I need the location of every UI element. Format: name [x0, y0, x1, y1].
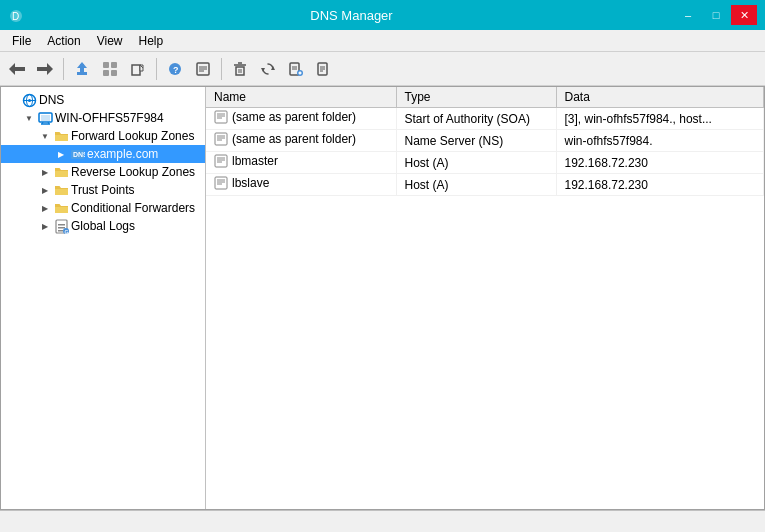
menu-view[interactable]: View [89, 32, 131, 50]
window-title: DNS Manager [28, 8, 675, 23]
toolbar-separator-3 [221, 58, 222, 80]
toolbar-separator-1 [63, 58, 64, 80]
svg-rect-3 [14, 67, 25, 71]
folder-reverse-icon [53, 164, 69, 180]
tree-node-global-logs[interactable]: ▶ G Global Logs [1, 217, 205, 235]
col-type[interactable]: Type [396, 87, 556, 108]
show-tree-button[interactable] [97, 56, 123, 82]
refresh-button[interactable] [255, 56, 281, 82]
col-name[interactable]: Name [206, 87, 396, 108]
record-name: (same as parent folder) [206, 108, 396, 130]
status-bar [0, 510, 765, 532]
table-row[interactable]: lbslave Host (A)192.168.72.230 [206, 174, 764, 196]
record-type: Host (A) [396, 174, 556, 196]
server-label: WIN-OFHFS57F984 [55, 111, 164, 125]
expand-example: ▶ [53, 150, 69, 159]
svg-rect-56 [215, 111, 227, 123]
new-alias-button[interactable] [311, 56, 337, 82]
tree-node-trust-points[interactable]: ▶ Trust Points [1, 181, 205, 199]
folder-icon [53, 128, 69, 144]
global-logs-label: Global Logs [71, 219, 135, 233]
record-name: lbslave [206, 174, 396, 196]
svg-point-42 [28, 99, 31, 102]
export-button[interactable] [125, 56, 151, 82]
record-data: 192.168.72.230 [556, 174, 764, 196]
svg-rect-10 [111, 62, 117, 68]
record-type: Name Server (NS) [396, 130, 556, 152]
expand-reverse: ▶ [37, 168, 53, 177]
svg-rect-9 [103, 62, 109, 68]
toolbar: ? [0, 52, 765, 86]
svg-rect-22 [236, 67, 244, 75]
tree-panel: DNS ▼ WIN-OFHFS57F984 ▼ [1, 87, 206, 509]
menu-help[interactable]: Help [131, 32, 172, 50]
record-type: Host (A) [396, 152, 556, 174]
window-controls: – □ ✕ [675, 5, 757, 25]
expand-forward: ▼ [37, 132, 53, 141]
close-button[interactable]: ✕ [731, 5, 757, 25]
expand-server: ▼ [21, 114, 37, 123]
delete-button[interactable] [227, 56, 253, 82]
svg-text:D: D [12, 11, 19, 22]
reverse-lookup-label: Reverse Lookup Zones [71, 165, 195, 179]
logs-icon: G [53, 218, 69, 234]
record-data: 192.168.72.230 [556, 152, 764, 174]
maximize-button[interactable]: □ [703, 5, 729, 25]
record-data: win-ofhfs57f984. [556, 130, 764, 152]
record-name: lbmaster [206, 152, 396, 174]
computer-icon [37, 110, 53, 126]
new-record-button[interactable] [283, 56, 309, 82]
tree-node-server[interactable]: ▼ WIN-OFHFS57F984 [1, 109, 205, 127]
menu-file[interactable]: File [4, 32, 39, 50]
forward-lookup-label: Forward Lookup Zones [71, 129, 194, 143]
dns-icon [21, 92, 37, 108]
svg-text:G: G [64, 228, 68, 234]
table-row[interactable]: (same as parent folder) Start of Authori… [206, 108, 764, 130]
expand-conditional: ▶ [37, 204, 53, 213]
tree-node-conditional-forwarders[interactable]: ▶ Conditional Forwarders [1, 199, 205, 217]
title-bar: D DNS Manager – □ ✕ [0, 0, 765, 30]
record-data: [3], win-ofhfs57f984., host... [556, 108, 764, 130]
folder-trust-icon [53, 182, 69, 198]
svg-rect-13 [132, 65, 140, 75]
svg-rect-60 [215, 133, 227, 145]
svg-rect-44 [41, 115, 50, 121]
minimize-button[interactable]: – [675, 5, 701, 25]
forward-button[interactable] [32, 56, 58, 82]
dns-records-table: Name Type Data (same as parent folder) S… [206, 87, 764, 196]
help-button[interactable]: ? [162, 56, 188, 82]
svg-rect-11 [103, 70, 109, 76]
svg-rect-51 [58, 224, 65, 226]
example-com-label: example.com [87, 147, 158, 161]
menu-action[interactable]: Action [39, 32, 88, 50]
expand-logs: ▶ [37, 222, 53, 231]
tree-node-reverse-lookup[interactable]: ▶ Reverse Lookup Zones [1, 163, 205, 181]
record-type: Start of Authority (SOA) [396, 108, 556, 130]
dns-label: DNS [39, 93, 64, 107]
svg-text:DNS: DNS [73, 151, 85, 158]
svg-rect-53 [58, 230, 63, 232]
col-data[interactable]: Data [556, 87, 764, 108]
properties-button[interactable] [190, 56, 216, 82]
record-name: (same as parent folder) [206, 130, 396, 152]
expand-trust: ▶ [37, 186, 53, 195]
folder-conditional-icon [53, 200, 69, 216]
svg-rect-68 [215, 177, 227, 189]
table-row[interactable]: lbmaster Host (A)192.168.72.230 [206, 152, 764, 174]
tree-node-dns[interactable]: DNS [1, 91, 205, 109]
trust-points-label: Trust Points [71, 183, 135, 197]
svg-text:?: ? [173, 65, 179, 75]
zone-icon: DNS [69, 146, 85, 162]
back-button[interactable] [4, 56, 30, 82]
svg-rect-5 [37, 67, 48, 71]
content-panel: Name Type Data (same as parent folder) S… [206, 87, 764, 509]
table-row[interactable]: (same as parent folder) Name Server (NS)… [206, 130, 764, 152]
svg-marker-8 [77, 62, 87, 68]
tree-node-forward-lookup[interactable]: ▼ Forward Lookup Zones [1, 127, 205, 145]
menu-bar: File Action View Help [0, 30, 765, 52]
toolbar-separator-2 [156, 58, 157, 80]
tree-node-example-com[interactable]: ▶ DNS example.com [1, 145, 205, 163]
conditional-forwarders-label: Conditional Forwarders [71, 201, 195, 215]
up-button[interactable] [69, 56, 95, 82]
main-area: DNS ▼ WIN-OFHFS57F984 ▼ [0, 86, 765, 510]
